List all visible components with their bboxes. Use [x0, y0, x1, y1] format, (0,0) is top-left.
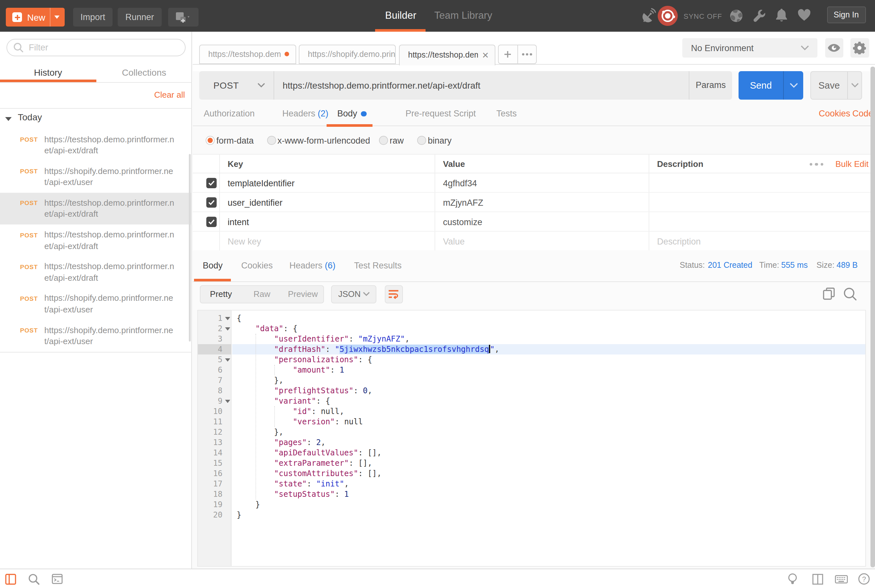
code-line[interactable]: "draftHash": "5jiwxhwzsb5nkcbpac1srofsvh…: [232, 344, 865, 354]
runner-button[interactable]: Runner: [118, 8, 162, 27]
sign-in-button[interactable]: Sign In: [827, 6, 866, 23]
tab-headers[interactable]: Headers (2): [282, 109, 328, 118]
response-body-editor[interactable]: 1234567891011121314151617181920 { "data"…: [197, 310, 866, 567]
code-line[interactable]: },: [232, 375, 865, 386]
word-wrap-button[interactable]: [385, 285, 403, 303]
new-description-input[interactable]: Description: [657, 236, 701, 246]
save-button-main[interactable]: Save: [811, 72, 847, 99]
fold-arrow-icon[interactable]: [225, 327, 230, 330]
tab-pre-request-script[interactable]: Pre-request Script: [406, 109, 476, 118]
filter-input[interactable]: Filter: [6, 39, 185, 56]
close-tab-icon[interactable]: ✕: [482, 50, 489, 60]
value-cell[interactable]: mZjynAFZ: [443, 198, 483, 207]
code-line[interactable]: "personalizations": {: [232, 354, 865, 365]
keyboard-shortcuts-icon[interactable]: [835, 575, 848, 583]
url-input[interactable]: https://testshop.demo.printformer.net/ap…: [274, 71, 689, 99]
history-item[interactable]: POSThttps://testshop.demo.printformer.ne…: [0, 256, 192, 288]
history-item[interactable]: POSThttps://testshop.demo.printformer.ne…: [0, 193, 192, 225]
history-item[interactable]: POSThttps://shopify.demo.printformer.net…: [0, 320, 192, 352]
table-row[interactable]: intentcustomize: [193, 212, 875, 232]
history-section-today[interactable]: Today: [0, 108, 192, 129]
table-row[interactable]: templateIdentifier4gfhdf34: [193, 173, 875, 193]
import-button[interactable]: Import: [73, 8, 112, 27]
radio-binary[interactable]: [417, 135, 426, 145]
sidebar-scrollbar[interactable]: [189, 154, 190, 342]
view-pretty[interactable]: Pretty: [201, 286, 241, 302]
two-pane-layout-icon[interactable]: [812, 573, 823, 585]
view-raw[interactable]: Raw: [241, 286, 283, 302]
code-line[interactable]: "userIdentifier": "mZjynAFZ",: [232, 334, 865, 344]
radio-raw[interactable]: [379, 135, 388, 145]
wrench-icon[interactable]: [752, 8, 766, 22]
radio-label-raw[interactable]: raw: [390, 135, 404, 145]
search-all-icon[interactable]: [28, 573, 39, 585]
tab-history[interactable]: History: [0, 64, 96, 80]
request-tab-1[interactable]: https://testshop.demo: [199, 44, 296, 64]
send-options-button[interactable]: [783, 71, 803, 99]
nav-tab-builder[interactable]: Builder: [385, 0, 417, 32]
clear-all-link[interactable]: Clear all: [154, 90, 185, 100]
code-line[interactable]: "pages": 2,: [232, 437, 865, 448]
code-line[interactable]: "data": {: [232, 323, 865, 334]
code-line[interactable]: "preflightStatus": 0,: [232, 386, 865, 396]
postman-logo[interactable]: [658, 6, 678, 26]
row-checkbox[interactable]: [206, 178, 217, 188]
bulk-edit-link[interactable]: Bulk Edit: [835, 159, 869, 168]
history-item[interactable]: POSThttps://shopify.demo.printformer.net…: [0, 161, 192, 192]
new-tab-button[interactable]: [499, 45, 517, 63]
heart-icon[interactable]: [797, 9, 811, 21]
table-row[interactable]: user_identifiermZjynAFZ: [193, 193, 875, 212]
code-line[interactable]: "version": null: [232, 417, 865, 427]
code-line[interactable]: "id": null,: [232, 406, 865, 417]
new-window-button[interactable]: [168, 8, 199, 27]
code-line[interactable]: "amount": 1: [232, 365, 865, 375]
search-response-icon[interactable]: [843, 287, 857, 300]
value-cell[interactable]: 4gfhdf34: [443, 178, 477, 188]
view-preview[interactable]: Preview: [282, 286, 324, 302]
send-button-main[interactable]: Send: [739, 71, 783, 99]
tab-authorization[interactable]: Authorization: [204, 109, 255, 118]
code-line[interactable]: },: [232, 427, 865, 437]
params-button[interactable]: Params: [689, 71, 732, 99]
table-menu-icon[interactable]: [807, 163, 823, 166]
copy-icon[interactable]: [823, 287, 836, 300]
new-button[interactable]: New: [6, 8, 65, 27]
key-cell[interactable]: user_identifier: [228, 198, 283, 207]
row-checkbox[interactable]: [206, 197, 217, 208]
tab-body[interactable]: Body: [337, 109, 367, 118]
radio-label-binary[interactable]: binary: [428, 135, 452, 145]
satellite-icon[interactable]: [641, 8, 656, 24]
fold-arrow-icon[interactable]: [225, 358, 230, 361]
method-select[interactable]: POST: [199, 71, 274, 99]
environment-select[interactable]: No Environment: [682, 38, 817, 58]
response-tab-test-results[interactable]: Test Results: [354, 260, 402, 270]
editor-code[interactable]: { "data": { "userIdentifier": "mZjynAFZ"…: [232, 313, 865, 520]
code-link[interactable]: Code: [853, 109, 874, 118]
response-tab-headers[interactable]: Headers (6): [289, 260, 336, 270]
nav-tab-team-library[interactable]: Team Library: [434, 0, 492, 32]
fold-arrow-icon[interactable]: [225, 399, 230, 403]
fold-arrow-icon[interactable]: [225, 316, 230, 320]
code-line[interactable]: "customAttributes": [],: [232, 468, 865, 478]
sidebar-toggle-icon[interactable]: [5, 573, 16, 585]
code-line[interactable]: "extraParameter": [],: [232, 458, 865, 468]
tab-collections[interactable]: Collections: [96, 64, 192, 80]
value-cell[interactable]: customize: [443, 217, 482, 227]
bell-icon[interactable]: [775, 8, 788, 22]
tab-tests[interactable]: Tests: [496, 109, 517, 118]
row-checkbox[interactable]: [206, 217, 217, 227]
more-tabs-button[interactable]: [517, 45, 536, 63]
history-item[interactable]: POSThttps://shopify.demo.printformer.net…: [0, 288, 192, 320]
response-tab-cookies[interactable]: Cookies: [241, 260, 273, 270]
code-line[interactable]: "variant": {: [232, 396, 865, 406]
save-button[interactable]: Save: [810, 71, 862, 99]
request-tab-3-active[interactable]: https://testshop.demo ✕: [399, 44, 495, 65]
new-value-input[interactable]: Value: [443, 236, 464, 246]
radio-x-www-form-urlencoded[interactable]: [267, 135, 276, 145]
chevron-down-icon[interactable]: [54, 15, 60, 19]
new-key-input[interactable]: New key: [228, 236, 261, 246]
history-item[interactable]: POSThttps://testshop.demo.printformer.ne…: [0, 129, 192, 161]
environment-quicklook-button[interactable]: [825, 38, 843, 58]
request-tab-2[interactable]: https://shopify.demo.printfo: [299, 44, 396, 64]
radio-form-data[interactable]: [206, 135, 215, 145]
